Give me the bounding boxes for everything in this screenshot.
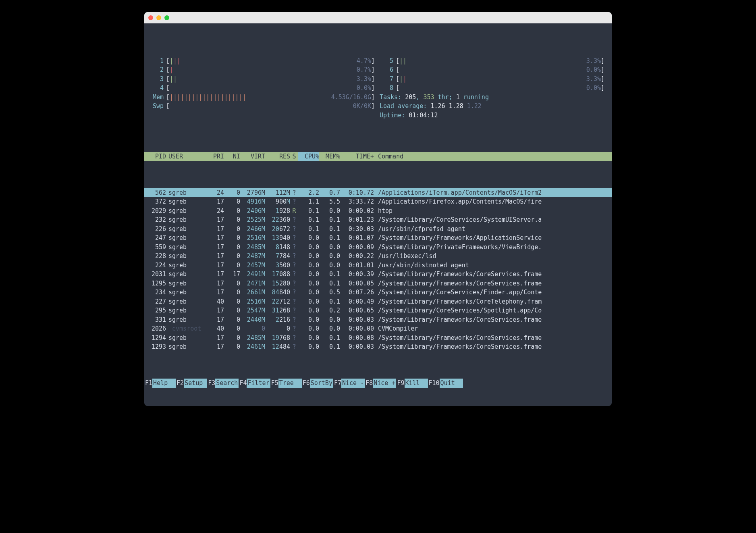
cell-ni: 0 <box>224 252 240 261</box>
cell-ni: 0 <box>224 315 240 325</box>
cell-pri: 40 <box>206 324 224 333</box>
process-row[interactable]: 2029 sgreb 24 0 2406M 1928 R 0.1 0.0 0:0… <box>144 206 612 216</box>
fkey-label-F5[interactable]: Tree <box>278 379 302 388</box>
cell-virt: 4916M <box>240 197 265 206</box>
cell-virt: 2516M <box>240 297 265 306</box>
cell-res: 20672 <box>265 225 290 234</box>
cell-virt: 2491M <box>240 270 265 279</box>
process-row[interactable]: 228 sgreb 17 0 2487M 7784 ? 0.0 0.0 0:00… <box>144 252 612 261</box>
cell-virt: 2471M <box>240 279 265 288</box>
cell-user: sgreb <box>166 288 206 297</box>
window-titlebar <box>144 12 612 23</box>
fkey-label-F1[interactable]: Help <box>152 379 176 388</box>
cell-pri: 17 <box>206 342 224 352</box>
minimize-icon[interactable] <box>156 15 161 20</box>
process-row[interactable]: 295 sgreb 17 0 2547M 31268 ? 0.0 0.2 0:0… <box>144 306 612 315</box>
close-icon[interactable] <box>148 15 153 20</box>
fkey-label-F3[interactable]: Search <box>215 379 239 388</box>
cell-state: ? <box>290 333 298 343</box>
process-row[interactable]: 1295 sgreb 17 0 2471M 15280 ? 0.0 0.1 0:… <box>144 279 612 288</box>
col-cpu[interactable]: CPU% <box>298 152 319 161</box>
cell-state: ? <box>290 297 298 306</box>
cell-pid: 228 <box>144 252 166 261</box>
cell-state: ? <box>290 225 298 234</box>
fkey-label-F10[interactable]: Quit <box>440 379 463 388</box>
cpu-id: 8 <box>378 83 396 93</box>
fkey-label-F7[interactable]: Nice - <box>341 379 365 388</box>
cell-command: /System/Library/Frameworks/CoreTelephony… <box>374 297 611 306</box>
col-pid[interactable]: PID <box>144 152 166 161</box>
cell-pid: 2029 <box>144 206 166 216</box>
cell-user: sgreb <box>166 206 206 216</box>
col-virt[interactable]: VIRT <box>240 152 265 161</box>
uptime-line: Uptime: 01:04:12 <box>378 111 608 120</box>
process-row[interactable]: 226 sgreb 17 0 2466M 20672 ? 0.1 0.1 0:3… <box>144 225 612 234</box>
col-pri[interactable]: PRI <box>206 152 224 161</box>
cell-mem: 0.1 <box>319 279 340 288</box>
fkey-label-F9[interactable]: Kill <box>405 379 428 388</box>
fkey-label-F4[interactable]: Filter <box>247 379 270 388</box>
cell-time: 0:00.09 <box>340 243 374 252</box>
col-res[interactable]: RES <box>265 152 290 161</box>
cell-pri: 17 <box>206 270 224 279</box>
cell-state: ? <box>290 306 298 315</box>
cell-mem: 0.0 <box>319 324 340 333</box>
fkey-label-F2[interactable]: Setup <box>184 379 207 388</box>
col-user[interactable]: USER <box>166 152 206 161</box>
process-row[interactable]: 227 sgreb 40 0 2516M 22712 ? 0.0 0.1 0:0… <box>144 297 612 306</box>
process-row[interactable]: 232 sgreb 17 0 2525M 22360 ? 0.1 0.1 0:0… <box>144 215 612 225</box>
cell-state: ? <box>290 261 298 270</box>
col-command[interactable]: Command <box>374 152 611 161</box>
cell-user: sgreb <box>166 225 206 234</box>
cell-user: sgreb <box>166 297 206 306</box>
cell-virt: 2547M <box>240 306 265 315</box>
process-row[interactable]: 224 sgreb 17 0 2457M 3500 ? 0.0 0.0 0:01… <box>144 261 612 270</box>
cell-mem: 0.1 <box>319 342 340 352</box>
cell-cpu: 0.0 <box>298 288 319 297</box>
col-state[interactable]: S <box>290 152 298 161</box>
cell-cpu: 0.0 <box>298 270 319 279</box>
cell-cpu: 0.0 <box>298 252 319 261</box>
process-row[interactable]: 1293 sgreb 17 0 2461M 12484 ? 0.0 0.1 0:… <box>144 342 612 352</box>
fkey-label-F6[interactable]: SortBy <box>310 379 333 388</box>
process-row[interactable]: 2026 _cvmsroot 40 0 0 0 ? 0.0 0.0 0:00.0… <box>144 324 612 333</box>
process-table-header[interactable]: PID USER PRI NI VIRT RES S CPU% MEM% TIM… <box>144 152 612 161</box>
col-time[interactable]: TIME+ <box>340 152 374 161</box>
cell-command: /System/Library/PrivateFrameworks/ViewBr… <box>374 243 611 252</box>
cpu-meter: 6 [0.0%] <box>378 65 608 75</box>
cell-res: 13940 <box>265 233 290 243</box>
cell-command: /System/Library/Frameworks/ApplicationSe… <box>374 233 611 243</box>
cell-res: 1928 <box>265 206 290 216</box>
cell-time: 0:00.22 <box>340 252 374 261</box>
process-row[interactable]: 2031 sgreb 17 17 2491M 17088 ? 0.0 0.1 0… <box>144 270 612 279</box>
cell-virt: 2487M <box>240 252 265 261</box>
process-row[interactable]: 1294 sgreb 17 0 2485M 19768 ? 0.0 0.1 0:… <box>144 333 612 343</box>
process-row[interactable]: 331 sgreb 17 0 2440M 2216 ? 0.0 0.0 0:00… <box>144 315 612 325</box>
cell-state: ? <box>290 270 298 279</box>
zoom-icon[interactable] <box>164 15 169 20</box>
fkey-F9: F9 <box>396 379 404 388</box>
col-ni[interactable]: NI <box>224 152 240 161</box>
cpu-meter: 3 [||3.3%] <box>148 75 378 84</box>
process-row[interactable]: 372 sgreb 17 0 4916M 900M ? 1.1 5.5 3:33… <box>144 197 612 206</box>
fkey-label-F8[interactable]: Nice + <box>373 379 396 388</box>
cpu-id: 1 <box>148 56 166 66</box>
fkey-F5: F5 <box>270 379 278 388</box>
terminal-content: 1 [|||4.7%] 2 [|0.7%] 3 [||3.3%] 4 [0.0%… <box>144 23 612 406</box>
process-row[interactable]: 562 sgreb 24 0 2796M 112M ? 2.2 0.7 0:10… <box>144 188 612 198</box>
cell-pri: 17 <box>206 279 224 288</box>
cell-res: 17088 <box>265 270 290 279</box>
process-row[interactable]: 247 sgreb 17 0 2516M 13940 ? 0.0 0.1 0:0… <box>144 233 612 243</box>
col-mem[interactable]: MEM% <box>319 152 340 161</box>
cell-time: 0:00.03 <box>340 315 374 325</box>
cell-res: 15280 <box>265 279 290 288</box>
cell-res: 7784 <box>265 252 290 261</box>
cell-virt: 2461M <box>240 342 265 352</box>
cpu-id: 4 <box>148 83 166 93</box>
htop-header: 1 [|||4.7%] 2 [|0.7%] 3 [||3.3%] 4 [0.0%… <box>144 56 612 125</box>
process-row[interactable]: 559 sgreb 17 0 2485M 8148 ? 0.0 0.0 0:00… <box>144 243 612 252</box>
tasks-line: Tasks: 205, 353 thr; 1 running <box>378 93 608 102</box>
cell-state: ? <box>290 324 298 333</box>
process-row[interactable]: 234 sgreb 17 0 2661M 84840 ? 0.0 0.5 0:0… <box>144 288 612 297</box>
cell-command: /System/Library/Frameworks/CoreServices.… <box>374 279 611 288</box>
